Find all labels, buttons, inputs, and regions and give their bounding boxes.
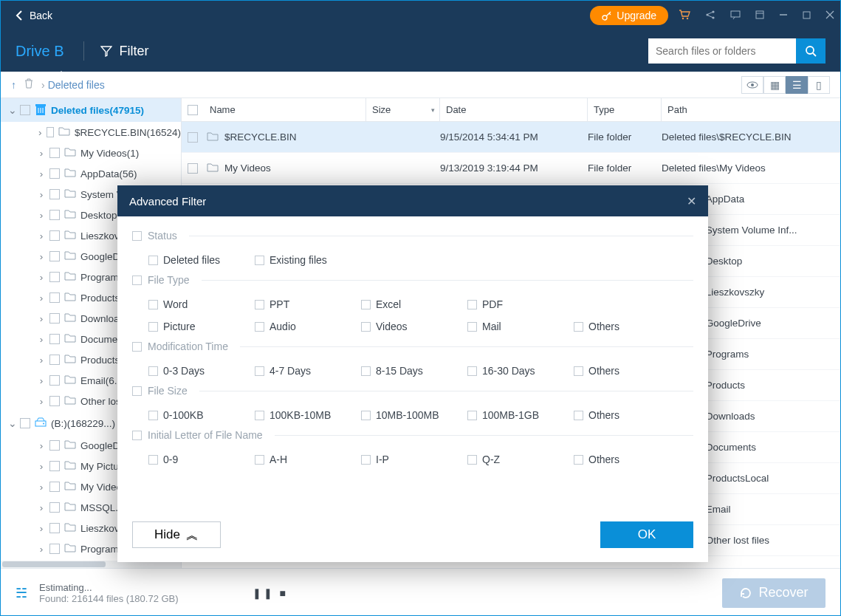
view-grid-icon[interactable]: ▦ <box>763 76 786 94</box>
tree-checkbox[interactable] <box>49 189 60 199</box>
filter-option[interactable]: 10MB-100MB <box>361 404 467 426</box>
filter-option[interactable]: PDF <box>467 293 574 315</box>
group-checkbox[interactable] <box>132 386 142 396</box>
expand-icon[interactable]: › <box>38 127 42 138</box>
option-checkbox[interactable] <box>148 411 158 420</box>
expand-icon[interactable]: › <box>38 313 45 324</box>
hide-button[interactable]: Hide ︽ <box>132 521 221 548</box>
filter-option[interactable]: 8-15 Days <box>361 360 467 382</box>
option-checkbox[interactable] <box>467 300 477 309</box>
tree-checkbox[interactable] <box>49 292 60 303</box>
col-path[interactable]: Path <box>662 98 840 121</box>
breadcrumb[interactable]: Deleted files <box>48 79 105 91</box>
expand-icon[interactable]: › <box>38 355 45 366</box>
option-checkbox[interactable] <box>148 366 158 376</box>
expand-icon[interactable]: › <box>38 168 45 179</box>
list-row[interactable]: My Videos9/13/2019 3:19:44 PMFile folder… <box>182 153 840 184</box>
cart-icon[interactable] <box>679 10 690 22</box>
tree-checkbox[interactable] <box>20 105 30 115</box>
upgrade-button[interactable]: Upgrade <box>590 6 668 25</box>
filter-option[interactable]: Others <box>574 315 680 338</box>
option-checkbox[interactable] <box>255 300 264 309</box>
expand-icon[interactable]: › <box>38 251 45 262</box>
expand-icon[interactable]: › <box>38 230 45 242</box>
group-checkbox[interactable] <box>132 276 142 285</box>
filter-option[interactable]: Word <box>148 293 255 315</box>
expand-icon[interactable]: › <box>38 375 45 386</box>
option-checkbox[interactable] <box>255 455 264 465</box>
row-checkbox[interactable] <box>188 163 198 174</box>
filter-option[interactable]: Excel <box>361 293 467 315</box>
filter-option[interactable]: PPT <box>255 293 361 315</box>
filter-option[interactable]: I-P <box>361 448 467 470</box>
option-checkbox[interactable] <box>574 411 583 420</box>
option-checkbox[interactable] <box>255 322 264 332</box>
expand-icon[interactable]: › <box>38 440 45 451</box>
tree-item[interactable]: ›AppData(56) <box>1 163 181 184</box>
minimize-icon[interactable] <box>779 10 788 21</box>
share-icon[interactable] <box>705 10 715 22</box>
close-icon[interactable] <box>825 10 834 21</box>
tree-checkbox[interactable] <box>49 482 60 492</box>
col-date[interactable]: Date <box>440 98 588 121</box>
option-checkbox[interactable] <box>467 322 477 332</box>
tree-checkbox[interactable] <box>49 461 60 471</box>
tree-checkbox[interactable] <box>20 418 30 428</box>
filter-option[interactable]: Picture <box>148 315 255 338</box>
group-checkbox[interactable] <box>132 231 142 241</box>
back-button[interactable]: Back <box>7 7 61 24</box>
filter-option[interactable]: 4-7 Days <box>255 360 361 382</box>
option-checkbox[interactable] <box>467 411 477 420</box>
filter-option[interactable]: Others <box>574 404 680 426</box>
search-button[interactable] <box>796 38 825 64</box>
col-size[interactable]: Size <box>366 98 440 121</box>
filter-option[interactable]: 100MB-1GB <box>467 404 574 426</box>
filter-option[interactable]: Mail <box>467 315 574 338</box>
expand-icon[interactable]: › <box>38 272 45 283</box>
tree-item[interactable]: ›My Videos(1) <box>1 143 181 163</box>
expand-icon[interactable]: › <box>38 482 45 493</box>
option-checkbox[interactable] <box>361 411 371 420</box>
option-checkbox[interactable] <box>361 366 371 376</box>
option-checkbox[interactable] <box>148 322 158 332</box>
collapse-icon[interactable]: ⌄ <box>8 104 16 116</box>
filter-button[interactable]: Filter <box>100 44 149 59</box>
tree-checkbox[interactable] <box>49 272 60 282</box>
tree-checkbox[interactable] <box>49 375 60 386</box>
trash-icon[interactable] <box>24 78 34 92</box>
tree-checkbox[interactable] <box>49 313 60 324</box>
view-preview-icon[interactable] <box>741 76 763 94</box>
view-list-icon[interactable]: ☰ <box>786 76 808 94</box>
tree-checkbox[interactable] <box>49 355 60 365</box>
option-checkbox[interactable] <box>148 300 158 309</box>
filter-option[interactable]: A-H <box>255 448 361 470</box>
option-checkbox[interactable] <box>361 322 371 332</box>
feedback-icon[interactable] <box>730 10 741 22</box>
expand-icon[interactable]: › <box>38 523 45 534</box>
search-input[interactable] <box>648 38 796 64</box>
tree-checkbox[interactable] <box>49 148 60 158</box>
collapse-icon[interactable]: ⌄ <box>8 417 16 429</box>
row-checkbox[interactable] <box>188 132 198 143</box>
filter-option[interactable]: Deleted files <box>148 249 255 271</box>
filter-option[interactable]: 16-30 Days <box>467 360 574 382</box>
filter-option[interactable]: 0-100KB <box>148 404 255 426</box>
filter-option[interactable]: Q-Z <box>467 448 574 470</box>
option-checkbox[interactable] <box>574 322 583 332</box>
tree-checkbox[interactable] <box>49 334 60 344</box>
option-checkbox[interactable] <box>467 366 477 376</box>
col-type[interactable]: Type <box>588 98 662 121</box>
pause-stop-icons[interactable]: ❚❚ ■ <box>253 587 288 599</box>
window-icon[interactable] <box>755 10 764 21</box>
filter-option[interactable]: Others <box>574 360 680 382</box>
filter-option[interactable]: 0-3 Days <box>148 360 255 382</box>
expand-icon[interactable]: › <box>38 544 45 555</box>
ok-button[interactable]: OK <box>600 521 693 548</box>
tree-checkbox[interactable] <box>49 230 60 241</box>
maximize-icon[interactable] <box>803 10 811 21</box>
up-icon[interactable]: ↑ <box>11 79 16 91</box>
tree-checkbox[interactable] <box>47 127 54 137</box>
tree-checkbox[interactable] <box>49 440 60 451</box>
view-detail-icon[interactable]: ▯ <box>808 76 830 94</box>
expand-icon[interactable]: › <box>38 396 45 407</box>
